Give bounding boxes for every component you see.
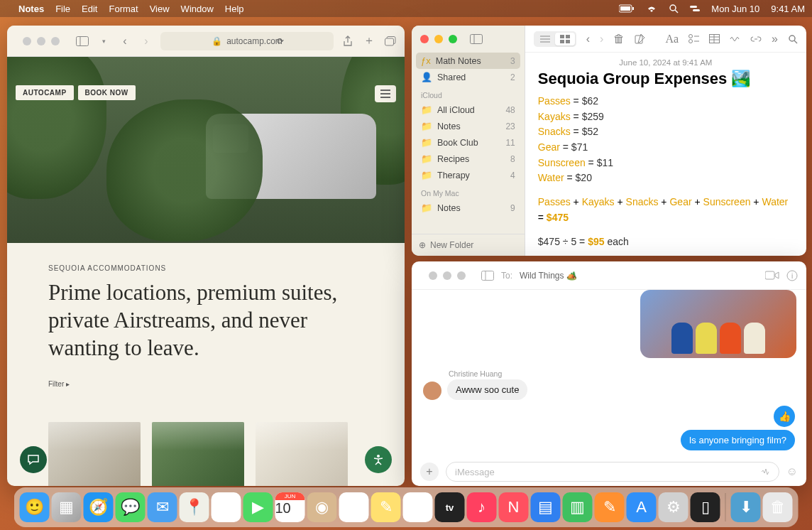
dock-mail[interactable]: ✉︎: [148, 492, 177, 522]
forward-icon[interactable]: ›: [600, 33, 603, 45]
chat-fab[interactable]: [20, 446, 47, 473]
close-button[interactable]: [23, 37, 31, 45]
outgoing-bubble[interactable]: Is anyone bringing film?: [681, 430, 795, 450]
dock-tv[interactable]: tv: [435, 492, 465, 522]
new-folder-button[interactable]: ⊕ New Folder: [412, 234, 525, 256]
sidebar-toggle-icon[interactable]: [470, 34, 483, 44]
minimize-button[interactable]: [443, 271, 451, 280]
dock-contacts[interactable]: ◉: [307, 492, 337, 522]
dock-finder[interactable]: 🙂: [20, 492, 50, 522]
chevron-down-icon[interactable]: ▾: [97, 38, 111, 45]
dock-appstore[interactable]: A: [627, 492, 657, 522]
dock-music[interactable]: ♪: [467, 492, 497, 522]
list-view-icon[interactable]: [535, 33, 555, 45]
dock-trash[interactable]: 🗑: [763, 492, 793, 522]
sidebar-item-shared[interactable]: 👤Shared2: [416, 69, 520, 85]
dictate-icon[interactable]: [760, 467, 770, 477]
search-icon[interactable]: [788, 34, 798, 44]
dock-freeform[interactable]: 〰: [403, 492, 433, 522]
dock-facetime[interactable]: ▶: [243, 492, 273, 522]
new-tab-icon[interactable]: ＋: [362, 33, 376, 48]
sidebar-icon[interactable]: [75, 36, 89, 46]
wifi-icon[interactable]: [646, 4, 657, 13]
link-icon[interactable]: [750, 36, 762, 43]
avatar[interactable]: [423, 382, 441, 400]
zoom-button[interactable]: [457, 271, 466, 280]
accommodation-thumb[interactable]: [152, 422, 244, 486]
forward-button[interactable]: ›: [139, 35, 153, 48]
sidebar-item-therapy[interactable]: 📁Therapy4: [416, 167, 520, 183]
tabs-icon[interactable]: [383, 36, 397, 46]
hamburger-menu[interactable]: [375, 85, 396, 102]
sidebar-item-notes[interactable]: 📁Notes23: [416, 118, 520, 134]
menu-view[interactable]: View: [150, 4, 170, 14]
sidebar-item-notes[interactable]: 📁Notes9: [416, 200, 520, 216]
menubar-date[interactable]: Mon Jun 10: [711, 4, 759, 14]
checklist-icon[interactable]: [688, 34, 699, 44]
photo-attachment[interactable]: [640, 290, 796, 358]
minimize-button[interactable]: [37, 37, 45, 45]
accommodation-thumb[interactable]: [48, 422, 141, 486]
dock-settings[interactable]: ⚙︎: [659, 492, 688, 522]
menu-help[interactable]: Help: [225, 4, 244, 14]
accommodation-thumb[interactable]: [256, 422, 348, 486]
sidebar-toggle-icon[interactable]: [481, 271, 494, 281]
sidebar-section-header[interactable]: On My Mac: [416, 183, 520, 200]
zoom-button[interactable]: [449, 35, 457, 43]
dock-news[interactable]: N: [499, 492, 529, 522]
reload-icon[interactable]: ⟳: [277, 36, 284, 46]
emoji-picker-icon[interactable]: ☺: [786, 465, 798, 478]
apps-plus-button[interactable]: +: [420, 463, 439, 481]
info-icon[interactable]: i: [786, 270, 798, 281]
accessibility-fab[interactable]: [365, 446, 392, 473]
media-icon[interactable]: [730, 34, 740, 44]
spotlight-icon[interactable]: [669, 4, 679, 13]
close-button[interactable]: [420, 35, 429, 43]
dock-maps[interactable]: 📍: [180, 492, 209, 522]
sidebar-item-all-icloud[interactable]: 📁All iCloud48: [416, 102, 520, 118]
menu-format[interactable]: Format: [109, 4, 138, 14]
dock-launchpad[interactable]: ▦: [52, 492, 82, 522]
menu-edit[interactable]: Edit: [82, 4, 97, 14]
note-title[interactable]: Sequoia Group Expenses 🏞️: [525, 70, 806, 94]
close-button[interactable]: [429, 271, 437, 280]
incoming-bubble[interactable]: Awww soo cute: [447, 379, 527, 400]
sidebar-item-recipes[interactable]: 📁Recipes8: [416, 151, 520, 167]
address-bar[interactable]: 🔒 autocamp.com ⟳: [160, 32, 334, 50]
dock-reminders[interactable]: ≡: [339, 492, 369, 522]
brand-badge[interactable]: AUTOCAMP: [16, 85, 74, 100]
minimize-button[interactable]: [434, 35, 443, 43]
dock-pages[interactable]: ✎: [595, 492, 625, 522]
book-now-button[interactable]: BOOK NOW: [78, 85, 136, 100]
facetime-video-icon[interactable]: [765, 271, 779, 280]
grid-view-icon[interactable]: [555, 33, 575, 45]
note-body[interactable]: Passes = $62Kayaks = $259Snacks = $52Gea…: [525, 94, 806, 249]
sidebar-section-header[interactable]: iCloud: [416, 85, 520, 102]
dock-iphone-mirror[interactable]: ▯: [691, 492, 720, 522]
back-button[interactable]: ‹: [118, 35, 132, 48]
format-icon[interactable]: Aa: [665, 33, 679, 45]
dock-downloads[interactable]: ⬇︎: [731, 492, 761, 522]
more-icon[interactable]: »: [772, 33, 778, 45]
menu-file[interactable]: File: [55, 4, 70, 14]
table-icon[interactable]: [709, 34, 720, 43]
dock-keynote[interactable]: ▤: [531, 492, 561, 522]
tapback-reaction[interactable]: 👍: [774, 406, 795, 427]
share-icon[interactable]: [341, 36, 355, 47]
dock-numbers[interactable]: ▥: [563, 492, 593, 522]
menu-window[interactable]: Window: [181, 4, 214, 14]
compose-icon[interactable]: [635, 33, 645, 44]
recipient-name[interactable]: Wild Things 🏕️: [520, 271, 577, 281]
dock-messages[interactable]: 💬: [116, 492, 146, 522]
dock-photos[interactable]: ✿: [212, 492, 241, 522]
dock-notes[interactable]: ✎: [371, 492, 401, 522]
back-icon[interactable]: ‹: [586, 33, 590, 45]
messages-thread[interactable]: Christine Huang Awww soo cute 👍 Is anyon…: [412, 290, 806, 458]
view-toggle[interactable]: [534, 31, 576, 47]
message-input[interactable]: iMessage: [446, 462, 779, 482]
zoom-button[interactable]: [51, 37, 60, 45]
control-center-icon[interactable]: [690, 4, 700, 13]
filter-button[interactable]: Filter ▸: [48, 380, 363, 388]
battery-icon[interactable]: [619, 4, 635, 13]
dock-calendar[interactable]: JUN10: [275, 492, 305, 522]
